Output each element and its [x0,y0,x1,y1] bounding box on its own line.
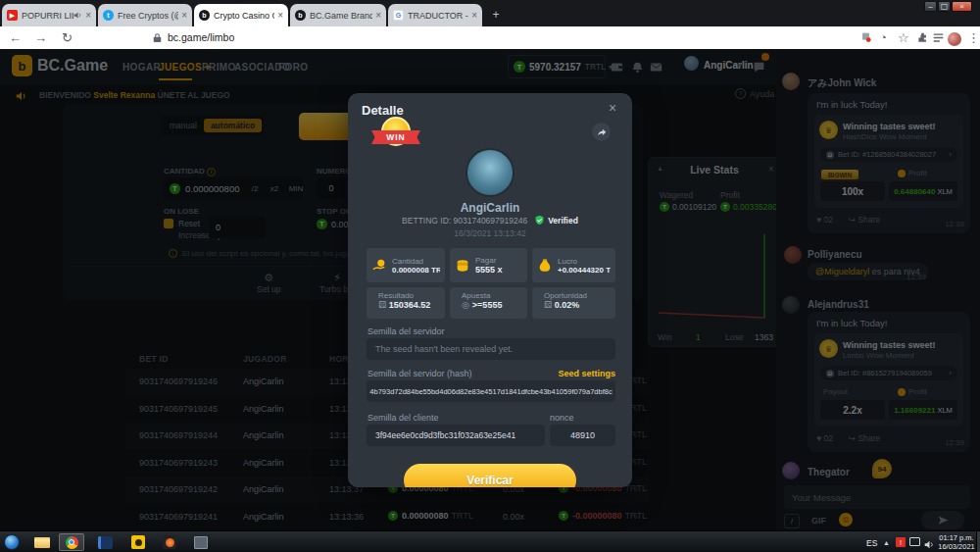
share-forward-icon [596,126,607,137]
money-bag-icon [537,258,553,274]
win-medal-badge: WIN [368,117,423,154]
tray-expand-icon[interactable]: ▲ [883,539,890,546]
tab-close-icon[interactable]: × [375,10,381,21]
tab-title: POPURRI LILLY GOODMAN [22,11,74,21]
tab-title: Crypto Casino Games - The 16 B [214,11,274,21]
extension-flag-icon[interactable] [860,28,871,46]
tray-clock[interactable]: 01:17 p.m. 16/03/2021 [938,533,975,551]
stat-card-oportunidad: Oportunidad ⚄0.02% [532,287,615,319]
taskbar-payer-icon[interactable] [125,533,151,551]
player-name: AngiCarlin [348,201,632,215]
tab-close-icon[interactable]: × [471,10,477,21]
taskbar-moviemaker-icon[interactable] [92,533,118,551]
stat-card-resultado: Resultado ⚄150364.52 [367,287,445,319]
server-seed-field[interactable]: The seed hasn't been revealed yet. [367,338,615,360]
youtube-favicon-icon: ▶ [7,10,18,21]
verify-button[interactable]: Verificar [404,464,576,487]
start-button[interactable] [4,534,20,550]
bcgame-page: b BC.Game HOGAR JUEGOS ▾ PRIMO ASOCIADO … [0,49,980,530]
target-icon: ◎ [462,300,469,310]
player-avatar[interactable] [466,148,514,197]
nonce-field[interactable]: 48910 [550,425,615,446]
new-tab-button[interactable]: + [488,7,504,23]
twitter-favicon-icon: t [103,10,114,21]
back-icon[interactable]: ← [9,28,22,46]
win-ribbon-text: WIN [371,130,420,144]
chrome-menu-icon[interactable]: ⋮ [967,28,980,46]
betting-id: BETTING ID: 9031740697919246 [402,216,527,226]
coin-hand-icon [371,258,387,274]
window-minimize-button[interactable]: – [924,1,937,12]
nonce-label: nonce [550,413,574,423]
tray-date: 16/03/2021 [938,542,975,551]
profile-avatar[interactable] [948,30,961,48]
bet-detail-modal: Detalle × WIN AngiCarlin BETTING ID: 903… [348,93,632,487]
tab-title: BC.Game Brand New Medal Ever [310,11,372,21]
tray-language[interactable]: ES [866,538,877,548]
reload-icon[interactable]: ↻ [62,28,73,46]
server-seed-hash-label: Semilla del servidor (hash) [368,369,472,378]
forward-icon[interactable]: → [34,28,47,46]
dice-icon: ⚄ [378,300,386,310]
extension-circle-icon[interactable]: ◔ [880,28,887,46]
betting-id-row: BETTING ID: 9031740697919246 Verified [348,215,632,226]
window-close-button[interactable]: × [952,1,972,12]
browser-chrome: – ▢ × ▶ POPURRI LILLY GOODMAN × t Free C… [0,0,980,49]
lock-icon[interactable] [153,28,162,46]
taskbar-explorer-icon[interactable] [29,533,55,551]
close-icon[interactable]: × [609,100,616,116]
bet-datetime: 16/3/2021 13:13:42 [348,228,632,238]
stat-card-lucro: Lucro +0.00444320 TRTL [532,248,615,282]
stat-card-cantidad: Cantidad 0.0000008 TRTL [367,248,445,282]
tab-close-icon[interactable]: × [181,10,187,21]
extensions-puzzle-icon[interactable] [917,28,928,46]
tab-youtube[interactable]: ▶ POPURRI LILLY GOODMAN × [2,4,96,26]
client-seed-label: Semilla del cliente [368,413,439,423]
modal-title: Detalle [362,103,404,118]
tab-bcgame-2[interactable]: b BC.Game Brand New Medal Ever × [290,4,386,26]
tab-close-icon[interactable]: × [277,10,283,21]
taskbar-mediaplayer-icon[interactable] [157,533,182,551]
share-button[interactable] [592,123,611,141]
bcgame-favicon-icon: b [295,10,306,21]
url-text[interactable]: bc.game/limbo [168,28,234,46]
seed-settings-link[interactable]: Seed settings [558,369,615,378]
tray-network-icon[interactable] [909,537,920,546]
taskbar-document-icon[interactable] [188,533,214,551]
verified-label: Verified [548,216,578,226]
tab-title: TRADUCTOR - Buscar con Goog [408,11,468,21]
verified-shield-icon [534,215,545,226]
browser-toolbar: ← → ↻ bc.game/limbo ◔ ☆ ⋮ [0,26,980,49]
taskbar-chrome-icon[interactable] [59,533,84,551]
reading-list-icon[interactable] [933,28,944,46]
bcgame-favicon-icon: b [199,10,210,21]
tab-bcgame-active[interactable]: b Crypto Casino Games - The 16 B × [194,4,288,26]
tab-audio-icon[interactable] [74,11,82,20]
window-maximize-button[interactable]: ▢ [938,1,951,12]
client-seed-field[interactable]: 3f94ee6e0cd9d3fbc31f032a63e25e41 [367,425,545,446]
stat-card-apuesta: Apuesta ◎>=5555 [450,287,527,319]
google-favicon-icon: G [393,10,404,21]
show-desktop-button[interactable] [976,531,980,552]
tab-google[interactable]: G TRADUCTOR - Buscar con Goog × [388,4,482,26]
coins-stack-icon [455,258,470,274]
tab-close-icon[interactable]: × [85,10,91,21]
tab-twitter[interactable]: t Free Cryptos (@cryptosfaucets) × [98,4,192,26]
server-seed-label: Semilla del servidor [368,326,445,336]
screen: – ▢ × ▶ POPURRI LILLY GOODMAN × t Free C… [0,0,980,552]
windows-taskbar: ES ▲ ! 01:17 p.m. 16/03/2021 [0,530,980,552]
tab-title: Free Cryptos (@cryptosfaucets) [118,11,178,21]
server-seed-hash-field[interactable]: 4b793d72d84be55bd4d06d82e83e4517d1841dfc… [367,380,615,402]
bookmark-star-icon[interactable]: ☆ [898,28,909,46]
dice-icon: ⚄ [544,300,552,310]
tray-volume-icon[interactable] [924,536,935,552]
stat-card-pagar: Pagar 5555 x [450,248,527,282]
tray-time: 01:17 p.m. [938,533,975,542]
tray-alert-icon[interactable]: ! [896,537,906,547]
